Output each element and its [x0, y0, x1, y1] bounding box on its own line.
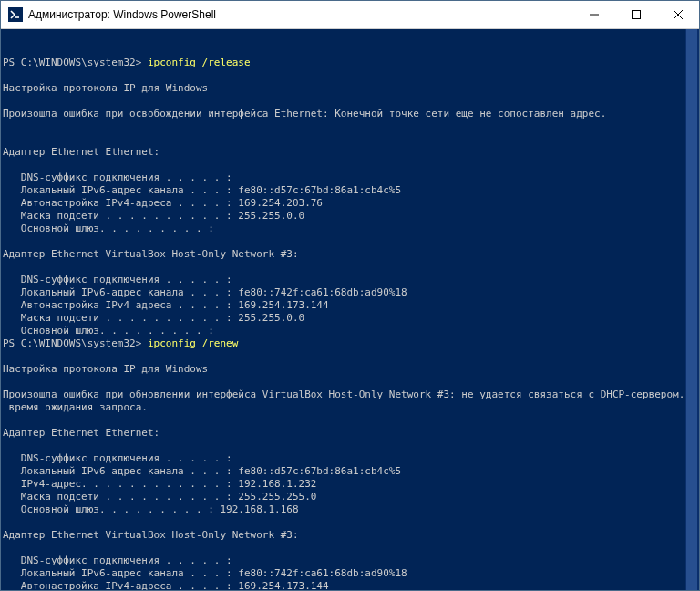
terminal-line: Локальный IPv6-адрес канала . . . : fe80…: [3, 465, 695, 478]
terminal-line: [3, 159, 695, 171]
terminal-line: [3, 120, 695, 133]
terminal-line: [3, 133, 695, 146]
prompt: PS C:\WINDOWS\system32>: [3, 57, 148, 68]
terminal-line: Адаптер Ethernet VirtualBox Host-Only Ne…: [3, 529, 695, 542]
terminal-line: [3, 95, 695, 108]
terminal-line: Маска подсети . . . . . . . . . . : 255.…: [3, 210, 695, 223]
minimize-button[interactable]: [573, 1, 615, 28]
terminal-line: Автонастройка IPv4-адреса . . . . : 169.…: [3, 197, 695, 210]
terminal-line: DNS-суффикс подключения . . . . . :: [3, 171, 695, 184]
vertical-scrollbar[interactable]: [685, 29, 699, 590]
terminal-line: Настройка протокола IP для Windows: [3, 363, 695, 376]
prompt: PS C:\WINDOWS\system32>: [3, 337, 148, 349]
terminal-line: Маска подсети . . . . . . . . . . : 255.…: [3, 312, 695, 325]
terminal-line: DNS-суффикс подключения . . . . . :: [3, 274, 695, 286]
scrollbar-thumb[interactable]: [686, 29, 697, 590]
terminal-line: Автонастройка IPv4-адреса . . . . : 169.…: [3, 580, 695, 590]
terminal-line: время ожидания запроса.: [3, 401, 695, 414]
terminal-line: Адаптер Ethernet Ethernet:: [3, 146, 695, 159]
terminal-area[interactable]: PS C:\WINDOWS\system32> ipconfig /releas…: [1, 29, 699, 590]
terminal-line: [3, 261, 695, 274]
terminal-line: Локальный IPv6-адрес канала . . . : fe80…: [3, 567, 695, 580]
terminal-line: PS C:\WINDOWS\system32> ipconfig /releas…: [3, 57, 695, 69]
command: ipconfig /release: [148, 57, 251, 68]
powershell-window: Администратор: Windows PowerShell PS C:\…: [0, 0, 700, 591]
terminal-line: Автонастройка IPv4-адреса . . . . : 169.…: [3, 299, 695, 312]
terminal-line: Настройка протокола IP для Windows: [3, 82, 695, 95]
terminal-line: IPv4-адрес. . . . . . . . . . . . : 192.…: [3, 478, 695, 491]
terminal-line: [3, 414, 695, 427]
terminal-line: Маска подсети . . . . . . . . . . : 255.…: [3, 491, 695, 503]
terminal-line: Произошла ошибка при освобождении интерф…: [3, 108, 695, 120]
terminal-line: [3, 516, 695, 529]
terminal-line: [3, 542, 695, 555]
terminal-line: Локальный IPv6-адрес канала . . . : fe80…: [3, 184, 695, 197]
terminal-line: Произошла ошибка при обновлении интерфей…: [3, 389, 695, 401]
terminal-line: [3, 440, 695, 452]
terminal-line: [3, 376, 695, 389]
terminal-line: DNS-суффикс подключения . . . . . :: [3, 555, 695, 567]
terminal-line: [3, 69, 695, 82]
terminal-line: Локальный IPv6-адрес канала . . . : fe80…: [3, 286, 695, 299]
terminal-line: Адаптер Ethernet Ethernet:: [3, 427, 695, 440]
titlebar[interactable]: Администратор: Windows PowerShell: [1, 1, 699, 29]
terminal-line: [3, 350, 695, 363]
window-controls: [573, 1, 699, 28]
terminal-line: PS C:\WINDOWS\system32> ipconfig /renew: [3, 337, 695, 350]
terminal-line: Адаптер Ethernet VirtualBox Host-Only Ne…: [3, 248, 695, 261]
maximize-button[interactable]: [615, 1, 657, 28]
powershell-icon: [8, 7, 23, 22]
terminal-line: [3, 235, 695, 248]
terminal-line: Основной шлюз. . . . . . . . . :: [3, 223, 695, 235]
terminal-line: Основной шлюз. . . . . . . . . : 192.168…: [3, 503, 695, 516]
command: ipconfig /renew: [148, 337, 238, 349]
window-title: Администратор: Windows PowerShell: [28, 8, 573, 21]
svg-rect-3: [633, 11, 641, 19]
terminal-line: DNS-суффикс подключения . . . . . :: [3, 452, 695, 465]
terminal-line: Основной шлюз. . . . . . . . . :: [3, 325, 695, 337]
close-button[interactable]: [657, 1, 699, 28]
